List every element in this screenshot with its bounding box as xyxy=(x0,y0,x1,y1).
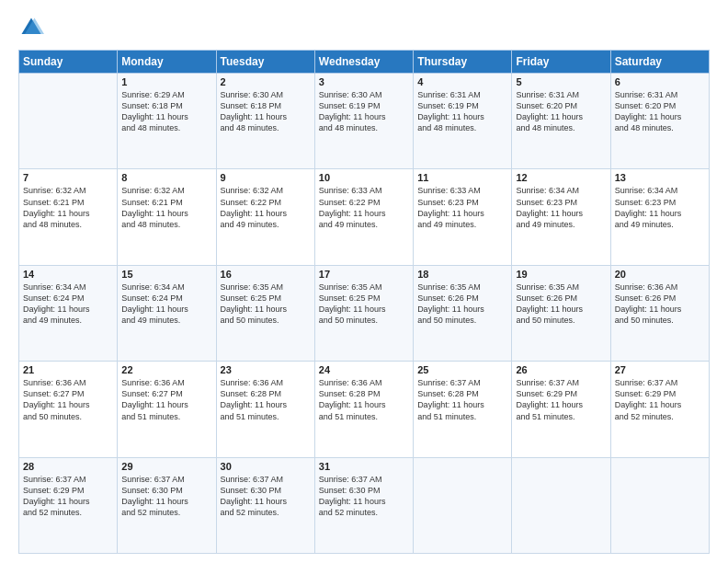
day-info: Sunrise: 6:36 AMSunset: 6:28 PMDaylight:… xyxy=(221,377,311,422)
day-info: Sunrise: 6:33 AMSunset: 6:23 PMDaylight:… xyxy=(417,185,507,230)
day-number: 12 xyxy=(516,172,606,183)
day-number: 21 xyxy=(23,364,113,375)
calendar-cell: 2Sunrise: 6:30 AMSunset: 6:18 PMDaylight… xyxy=(216,74,314,169)
calendar-cell: 31Sunrise: 6:37 AMSunset: 6:30 PMDayligh… xyxy=(314,457,413,553)
calendar-cell: 10Sunrise: 6:33 AMSunset: 6:22 PMDayligh… xyxy=(314,169,413,265)
day-number: 23 xyxy=(221,364,311,375)
day-info: Sunrise: 6:35 AMSunset: 6:26 PMDaylight:… xyxy=(417,282,507,327)
week-row-2: 7Sunrise: 6:32 AMSunset: 6:21 PMDaylight… xyxy=(19,169,710,265)
calendar-cell: 27Sunrise: 6:37 AMSunset: 6:29 PMDayligh… xyxy=(610,362,709,457)
calendar-cell: 7Sunrise: 6:32 AMSunset: 6:21 PMDaylight… xyxy=(19,169,118,265)
day-number: 1 xyxy=(121,76,211,87)
header xyxy=(18,15,710,40)
day-number: 6 xyxy=(615,76,705,87)
calendar-cell: 24Sunrise: 6:36 AMSunset: 6:28 PMDayligh… xyxy=(314,362,413,457)
day-info: Sunrise: 6:34 AMSunset: 6:23 PMDaylight:… xyxy=(516,185,606,230)
calendar-cell: 23Sunrise: 6:36 AMSunset: 6:28 PMDayligh… xyxy=(216,362,314,457)
week-row-5: 28Sunrise: 6:37 AMSunset: 6:29 PMDayligh… xyxy=(19,457,710,553)
calendar-cell: 16Sunrise: 6:35 AMSunset: 6:25 PMDayligh… xyxy=(216,265,314,361)
calendar-cell xyxy=(414,457,512,553)
calendar-cell: 17Sunrise: 6:35 AMSunset: 6:25 PMDayligh… xyxy=(314,265,413,361)
calendar-cell: 6Sunrise: 6:31 AMSunset: 6:20 PMDaylight… xyxy=(610,74,709,169)
day-info: Sunrise: 6:33 AMSunset: 6:22 PMDaylight:… xyxy=(319,185,409,230)
day-number: 18 xyxy=(417,269,507,280)
day-info: Sunrise: 6:36 AMSunset: 6:28 PMDaylight:… xyxy=(319,377,409,422)
calendar-cell: 8Sunrise: 6:32 AMSunset: 6:21 PMDaylight… xyxy=(118,169,216,265)
day-number: 13 xyxy=(615,172,705,183)
day-info: Sunrise: 6:37 AMSunset: 6:29 PMDaylight:… xyxy=(23,474,113,519)
calendar-cell: 25Sunrise: 6:37 AMSunset: 6:28 PMDayligh… xyxy=(414,362,512,457)
calendar-cell xyxy=(19,74,118,169)
weekday-header-wednesday: Wednesday xyxy=(314,51,413,74)
day-number: 22 xyxy=(121,364,211,375)
day-number: 26 xyxy=(516,364,606,375)
calendar-cell: 28Sunrise: 6:37 AMSunset: 6:29 PMDayligh… xyxy=(19,457,118,553)
weekday-header-monday: Monday xyxy=(118,51,216,74)
day-number: 27 xyxy=(615,364,705,375)
day-number: 5 xyxy=(516,76,606,87)
day-number: 3 xyxy=(319,76,409,87)
day-info: Sunrise: 6:30 AMSunset: 6:18 PMDaylight:… xyxy=(221,89,311,134)
day-info: Sunrise: 6:34 AMSunset: 6:23 PMDaylight:… xyxy=(615,185,705,230)
day-info: Sunrise: 6:32 AMSunset: 6:21 PMDaylight:… xyxy=(121,185,211,230)
day-number: 9 xyxy=(221,172,311,183)
day-number: 30 xyxy=(221,461,311,472)
day-number: 28 xyxy=(23,461,113,472)
calendar-cell: 21Sunrise: 6:36 AMSunset: 6:27 PMDayligh… xyxy=(19,362,118,457)
calendar-cell: 15Sunrise: 6:34 AMSunset: 6:24 PMDayligh… xyxy=(118,265,216,361)
calendar-cell: 22Sunrise: 6:36 AMSunset: 6:27 PMDayligh… xyxy=(118,362,216,457)
week-row-3: 14Sunrise: 6:34 AMSunset: 6:24 PMDayligh… xyxy=(19,265,710,361)
calendar-cell: 26Sunrise: 6:37 AMSunset: 6:29 PMDayligh… xyxy=(512,362,610,457)
calendar-cell xyxy=(610,457,709,553)
weekday-header-thursday: Thursday xyxy=(414,51,512,74)
weekday-header-sunday: Sunday xyxy=(19,51,118,74)
calendar-cell: 11Sunrise: 6:33 AMSunset: 6:23 PMDayligh… xyxy=(414,169,512,265)
calendar-cell: 30Sunrise: 6:37 AMSunset: 6:30 PMDayligh… xyxy=(216,457,314,553)
weekday-header-row: SundayMondayTuesdayWednesdayThursdayFrid… xyxy=(19,51,710,74)
calendar-cell: 14Sunrise: 6:34 AMSunset: 6:24 PMDayligh… xyxy=(19,265,118,361)
calendar-cell: 19Sunrise: 6:35 AMSunset: 6:26 PMDayligh… xyxy=(512,265,610,361)
day-number: 10 xyxy=(319,172,409,183)
day-info: Sunrise: 6:36 AMSunset: 6:27 PMDaylight:… xyxy=(23,377,113,422)
day-number: 11 xyxy=(417,172,507,183)
logo-icon xyxy=(18,15,44,40)
day-info: Sunrise: 6:35 AMSunset: 6:25 PMDaylight:… xyxy=(221,282,311,327)
day-info: Sunrise: 6:31 AMSunset: 6:20 PMDaylight:… xyxy=(516,89,606,134)
day-number: 20 xyxy=(615,269,705,280)
calendar-table: SundayMondayTuesdayWednesdayThursdayFrid… xyxy=(18,50,710,554)
day-info: Sunrise: 6:34 AMSunset: 6:24 PMDaylight:… xyxy=(121,282,211,327)
day-number: 24 xyxy=(319,364,409,375)
calendar-cell: 9Sunrise: 6:32 AMSunset: 6:22 PMDaylight… xyxy=(216,169,314,265)
day-info: Sunrise: 6:34 AMSunset: 6:24 PMDaylight:… xyxy=(23,282,113,327)
day-info: Sunrise: 6:31 AMSunset: 6:20 PMDaylight:… xyxy=(615,89,705,134)
week-row-1: 1Sunrise: 6:29 AMSunset: 6:18 PMDaylight… xyxy=(19,74,710,169)
page: SundayMondayTuesdayWednesdayThursdayFrid… xyxy=(0,0,728,563)
day-info: Sunrise: 6:32 AMSunset: 6:21 PMDaylight:… xyxy=(23,185,113,230)
weekday-header-friday: Friday xyxy=(512,51,610,74)
day-info: Sunrise: 6:35 AMSunset: 6:25 PMDaylight:… xyxy=(319,282,409,327)
day-info: Sunrise: 6:37 AMSunset: 6:29 PMDaylight:… xyxy=(516,377,606,422)
day-info: Sunrise: 6:37 AMSunset: 6:30 PMDaylight:… xyxy=(221,474,311,519)
day-info: Sunrise: 6:32 AMSunset: 6:22 PMDaylight:… xyxy=(221,185,311,230)
calendar-cell xyxy=(512,457,610,553)
calendar-cell: 1Sunrise: 6:29 AMSunset: 6:18 PMDaylight… xyxy=(118,74,216,169)
calendar-cell: 4Sunrise: 6:31 AMSunset: 6:19 PMDaylight… xyxy=(414,74,512,169)
day-number: 2 xyxy=(221,76,311,87)
day-number: 7 xyxy=(23,172,113,183)
calendar-cell: 20Sunrise: 6:36 AMSunset: 6:26 PMDayligh… xyxy=(610,265,709,361)
day-number: 19 xyxy=(516,269,606,280)
calendar-cell: 3Sunrise: 6:30 AMSunset: 6:19 PMDaylight… xyxy=(314,74,413,169)
day-number: 15 xyxy=(121,269,211,280)
day-info: Sunrise: 6:37 AMSunset: 6:29 PMDaylight:… xyxy=(615,377,705,422)
week-row-4: 21Sunrise: 6:36 AMSunset: 6:27 PMDayligh… xyxy=(19,362,710,457)
day-info: Sunrise: 6:31 AMSunset: 6:19 PMDaylight:… xyxy=(417,89,507,134)
day-number: 29 xyxy=(121,461,211,472)
day-info: Sunrise: 6:29 AMSunset: 6:18 PMDaylight:… xyxy=(121,89,211,134)
calendar-cell: 12Sunrise: 6:34 AMSunset: 6:23 PMDayligh… xyxy=(512,169,610,265)
day-number: 8 xyxy=(121,172,211,183)
day-number: 31 xyxy=(319,461,409,472)
day-number: 25 xyxy=(417,364,507,375)
calendar-cell: 5Sunrise: 6:31 AMSunset: 6:20 PMDaylight… xyxy=(512,74,610,169)
day-info: Sunrise: 6:37 AMSunset: 6:30 PMDaylight:… xyxy=(319,474,409,519)
day-info: Sunrise: 6:35 AMSunset: 6:26 PMDaylight:… xyxy=(516,282,606,327)
